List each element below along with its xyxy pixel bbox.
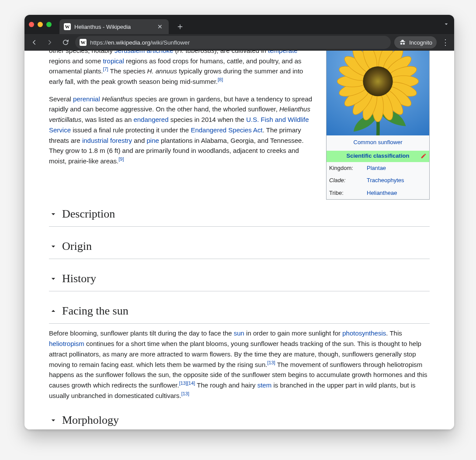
facing-paragraph: Before blooming, sunflower plants tilt d… bbox=[49, 328, 430, 401]
taxon-row-tribe: Tribe: Heliantheae bbox=[327, 187, 429, 200]
chevron-down-icon bbox=[49, 242, 58, 251]
tab-title: Helianthus - Wikipedia bbox=[74, 24, 131, 30]
window-controls bbox=[29, 22, 52, 27]
taxon-label: Tribe: bbox=[329, 189, 367, 198]
scientific-classification-link[interactable]: Scientific classification bbox=[347, 152, 410, 161]
heading-facing-the-sun[interactable]: Facing the sun bbox=[49, 302, 430, 324]
heading-description[interactable]: Description bbox=[49, 205, 430, 227]
reload-button[interactable] bbox=[59, 36, 72, 48]
link-tropical[interactable]: tropical bbox=[103, 57, 124, 65]
heading-origin[interactable]: Origin bbox=[49, 237, 430, 259]
scientific-classification-header: Scientific classification bbox=[327, 151, 429, 162]
link-industrial-forestry[interactable]: industrial forestry bbox=[82, 137, 132, 144]
link-temperate[interactable]: temperate bbox=[268, 51, 298, 54]
section-history: History bbox=[49, 270, 430, 291]
link-esa[interactable]: Endangered Species Act bbox=[191, 126, 262, 134]
chevron-up-icon bbox=[49, 307, 58, 315]
ref-14[interactable]: [14] bbox=[187, 380, 195, 386]
ref-8[interactable]: [8] bbox=[218, 77, 223, 82]
taxon-value-link[interactable]: Tracheophytes bbox=[367, 177, 404, 183]
browser-window: W Helianthus - Wikipedia ✕ ＋ W https://e… bbox=[24, 15, 454, 429]
page-viewport: Common sunflower Scientific classificati… bbox=[24, 51, 454, 429]
section-description: Description bbox=[49, 205, 430, 227]
taxobox: Common sunflower Scientific classificati… bbox=[326, 51, 430, 200]
site-identity-icon[interactable]: W bbox=[80, 39, 87, 46]
link-stem[interactable]: stem bbox=[257, 381, 272, 389]
titlebar: W Helianthus - Wikipedia ✕ ＋ bbox=[24, 15, 454, 34]
svg-point-2 bbox=[363, 66, 393, 96]
ref-7[interactable]: [7] bbox=[103, 66, 108, 72]
back-button[interactable] bbox=[28, 36, 40, 48]
wikipedia-article: Common sunflower Scientific classificati… bbox=[24, 51, 454, 429]
section-facing-the-sun: Facing the sun Before blooming, sunflowe… bbox=[49, 302, 430, 401]
link-perennial[interactable]: perennial bbox=[73, 95, 100, 103]
taxon-label: Clade: bbox=[329, 176, 367, 185]
taxon-row-clade: Clade: Tracheophytes bbox=[327, 174, 429, 187]
section-morphology: Morphology bbox=[49, 411, 430, 429]
browser-menu-button[interactable]: ⋮ bbox=[440, 38, 451, 47]
link-jerusalem-artichoke[interactable]: Jerusalem artichoke bbox=[115, 51, 173, 54]
incognito-label: Incognito bbox=[409, 39, 432, 46]
incognito-badge[interactable]: Incognito bbox=[394, 36, 437, 48]
chevron-down-icon bbox=[49, 210, 58, 218]
link-sun[interactable]: sun bbox=[234, 329, 244, 337]
ref-13[interactable]: [13] bbox=[179, 380, 187, 386]
chevron-down-icon bbox=[49, 274, 58, 283]
link-endangered[interactable]: endangered bbox=[133, 116, 168, 123]
edit-pencil-icon[interactable] bbox=[420, 153, 427, 159]
taxon-row-kingdom: Kingdom: Plantae bbox=[327, 162, 429, 175]
toolbar: W https://en.wikipedia.org/wiki/Sunflowe… bbox=[24, 34, 454, 51]
infobox-caption-link[interactable]: Common sunflower bbox=[354, 139, 403, 145]
minimize-window-button[interactable] bbox=[38, 22, 43, 27]
url-text: https://en.wikipedia.org/wiki/Sunflower bbox=[90, 39, 190, 46]
close-window-button[interactable] bbox=[29, 22, 34, 27]
zoom-window-button[interactable] bbox=[46, 22, 52, 27]
favicon-wikipedia-icon: W bbox=[64, 23, 71, 30]
link-photosynthesis[interactable]: photosynthesis bbox=[342, 329, 386, 337]
taxon-value-link[interactable]: Heliantheae bbox=[367, 190, 397, 196]
infobox-image[interactable] bbox=[327, 51, 429, 135]
browser-tab[interactable]: W Helianthus - Wikipedia ✕ bbox=[59, 19, 169, 34]
tab-close-button[interactable]: ✕ bbox=[156, 24, 164, 30]
incognito-icon bbox=[399, 38, 407, 46]
tabs-overflow-button[interactable] bbox=[443, 21, 450, 29]
taxon-value-link[interactable]: Plantae bbox=[367, 165, 386, 171]
chevron-down-icon bbox=[49, 416, 58, 425]
ref-9[interactable]: [9] bbox=[118, 156, 124, 162]
forward-button[interactable] bbox=[44, 36, 56, 48]
heading-history[interactable]: History bbox=[49, 270, 430, 291]
heading-morphology[interactable]: Morphology bbox=[49, 411, 430, 429]
taxon-label: Kingdom: bbox=[329, 164, 367, 173]
ref-13[interactable]: [13] bbox=[267, 360, 275, 365]
link-pine[interactable]: pine bbox=[146, 137, 159, 144]
address-bar[interactable]: W https://en.wikipedia.org/wiki/Sunflowe… bbox=[75, 36, 391, 49]
link-heliotropism[interactable]: heliotropism bbox=[49, 340, 84, 347]
new-tab-button[interactable]: ＋ bbox=[176, 22, 184, 31]
section-origin: Origin bbox=[49, 237, 430, 259]
ref-13[interactable]: [13] bbox=[181, 391, 189, 396]
